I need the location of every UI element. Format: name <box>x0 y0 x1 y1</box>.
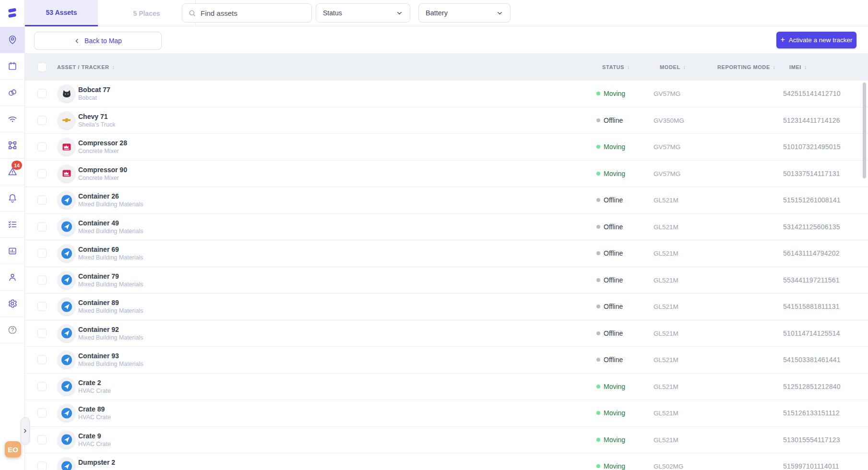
status-filter-label: Status <box>323 9 342 17</box>
sidebar-item-connectivity[interactable] <box>0 106 24 132</box>
row-checkbox[interactable] <box>37 462 47 470</box>
asset-identity: Crate 89 HVAC Crate <box>78 405 111 421</box>
asset-name[interactable]: Crate 89 <box>78 405 111 413</box>
topbar: 53 Assets 5 Places Status Battery <box>25 0 868 26</box>
back-to-map-label: Back to Map <box>84 37 122 45</box>
row-checkbox[interactable] <box>37 409 47 418</box>
table-row[interactable]: Crate 9 HVAC Crate Moving GL521M 5130155… <box>25 427 868 454</box>
activate-tracker-button[interactable]: + Activate a new tracker <box>776 32 856 48</box>
status-dot-icon <box>596 118 600 122</box>
table-row[interactable]: Compressor 90 Concrete Mixer Moving GV57… <box>25 161 868 188</box>
asset-subtitle <box>78 467 115 470</box>
table-row[interactable]: Container 69 Mixed Building Materials Of… <box>25 240 868 267</box>
links-icon <box>7 87 18 98</box>
column-header-reporting-mode[interactable]: REPORTING MODE <box>717 64 775 70</box>
row-checkbox[interactable] <box>37 302 47 311</box>
column-header-asset-tracker[interactable]: ASSET / TRACKER <box>57 64 115 70</box>
row-checkbox[interactable] <box>37 116 47 125</box>
search-input[interactable] <box>201 9 306 17</box>
imei-cell: 515997101114011 <box>783 462 839 470</box>
row-checkbox[interactable] <box>37 275 47 284</box>
row-checkbox[interactable] <box>37 196 47 205</box>
tab-places[interactable]: 5 Places <box>98 0 196 26</box>
table-row[interactable]: Container 26 Mixed Building Materials Of… <box>25 187 868 214</box>
asset-name[interactable]: Container 92 <box>78 325 143 333</box>
asset-name[interactable]: Crate 2 <box>78 378 111 386</box>
table-row[interactable]: Crate 89 HVAC Crate Moving GL521M 515126… <box>25 400 868 427</box>
column-header-model[interactable]: MODEL <box>660 64 686 70</box>
table-row[interactable]: Container 89 Mixed Building Materials Of… <box>25 294 868 320</box>
row-checkbox[interactable] <box>37 222 47 231</box>
table-row[interactable]: Container 49 Mixed Building Materials Of… <box>25 214 868 241</box>
asset-identity: Crate 9 HVAC Crate <box>78 432 111 447</box>
map-icon <box>7 35 18 45</box>
asset-identity: Container 69 Mixed Building Materials <box>78 246 143 261</box>
row-checkbox[interactable] <box>37 382 47 391</box>
row-checkbox[interactable] <box>37 249 47 258</box>
asset-name[interactable]: Container 49 <box>78 219 143 226</box>
asset-name[interactable]: Compressor 28 <box>78 139 127 147</box>
table-row[interactable]: Container 92 Mixed Building Materials Of… <box>25 320 868 347</box>
sidebar-item-help[interactable] <box>0 317 24 343</box>
tab-assets[interactable]: 53 Assets <box>25 0 98 26</box>
sidebar-item-schedule[interactable] <box>0 53 24 80</box>
table-row[interactable]: Container 93 Mixed Building Materials Of… <box>25 347 868 374</box>
table-row[interactable]: Bobcat 77 Bobcat Moving GV57MG 542515141… <box>25 81 868 107</box>
sidebar-item-links[interactable] <box>0 80 24 106</box>
asset-identity: Crate 2 HVAC Crate <box>78 378 111 394</box>
sidebar-item-notifications[interactable] <box>0 185 24 212</box>
table-row[interactable]: Container 79 Mixed Building Materials Of… <box>25 267 868 294</box>
sidebar-item-reports[interactable] <box>0 238 24 264</box>
status-filter[interactable]: Status <box>316 3 410 23</box>
asset-name[interactable]: Chevy 71 <box>78 112 115 120</box>
table-row[interactable]: Compressor 28 Concrete Mixer Moving GV57… <box>25 134 868 161</box>
row-checkbox[interactable] <box>37 142 47 152</box>
row-checkbox[interactable] <box>37 169 47 178</box>
row-checkbox[interactable] <box>37 329 47 338</box>
asset-name[interactable]: Crate 9 <box>78 432 111 439</box>
sidebar-item-users[interactable] <box>0 264 24 291</box>
back-to-map-button[interactable]: Back to Map <box>34 32 162 50</box>
vertical-scrollbar[interactable] <box>863 82 866 178</box>
sidebar-item-tasks[interactable] <box>0 212 24 238</box>
asset-avatar-nav-icon <box>58 245 75 262</box>
activate-tracker-label: Activate a new tracker <box>789 36 853 44</box>
table-row[interactable]: Chevy 71 Sheila's Truck Offline GV350MG … <box>25 107 868 134</box>
sidebar-item-alerts[interactable]: 14 <box>0 159 24 185</box>
model-cell: GL521M <box>654 356 678 364</box>
asset-avatar-nav-icon <box>58 431 75 448</box>
row-checkbox[interactable] <box>37 355 47 364</box>
table-row[interactable]: Crate 2 HVAC Crate Moving GL521M 5125128… <box>25 374 868 400</box>
column-header-status[interactable]: STATUS <box>602 64 630 70</box>
row-checkbox[interactable] <box>37 435 47 444</box>
asset-name[interactable]: Bobcat 77 <box>78 86 110 94</box>
sidebar-item-geofences[interactable] <box>0 132 24 159</box>
brand-logo[interactable] <box>0 0 24 27</box>
alert-count-badge: 14 <box>12 161 22 170</box>
sidebar-collapse-handle[interactable] <box>21 417 30 445</box>
asset-name[interactable]: Container 89 <box>78 299 143 306</box>
model-cell: GL521M <box>654 410 678 417</box>
asset-name[interactable]: Container 79 <box>78 272 143 280</box>
asset-name[interactable]: Container 69 <box>78 246 143 253</box>
user-avatar[interactable]: EO <box>5 441 21 458</box>
sidebar-item-map[interactable] <box>0 27 24 53</box>
status-dot-icon <box>596 411 600 415</box>
sidebar-item-settings[interactable] <box>0 291 24 317</box>
imei-cell: 553441197211561 <box>783 276 840 284</box>
battery-filter[interactable]: Battery <box>418 3 511 23</box>
users-icon <box>7 272 18 282</box>
select-all-checkbox[interactable] <box>37 62 47 71</box>
asset-name[interactable]: Compressor 90 <box>78 165 127 173</box>
geofences-icon <box>7 140 18 151</box>
asset-subtitle: Mixed Building Materials <box>78 254 143 261</box>
status-dot-icon <box>596 305 600 308</box>
asset-name[interactable]: Dumpster 2 <box>78 458 115 466</box>
status-dot-icon <box>596 278 600 282</box>
asset-name[interactable]: Container 26 <box>78 192 143 200</box>
table-row[interactable]: Dumpster 2 Moving GL502MG 51599710111401… <box>25 453 868 470</box>
status-dot-icon <box>596 358 600 362</box>
asset-name[interactable]: Container 93 <box>78 352 143 360</box>
row-checkbox[interactable] <box>37 89 47 98</box>
column-header-imei[interactable]: IMEI <box>789 64 807 70</box>
